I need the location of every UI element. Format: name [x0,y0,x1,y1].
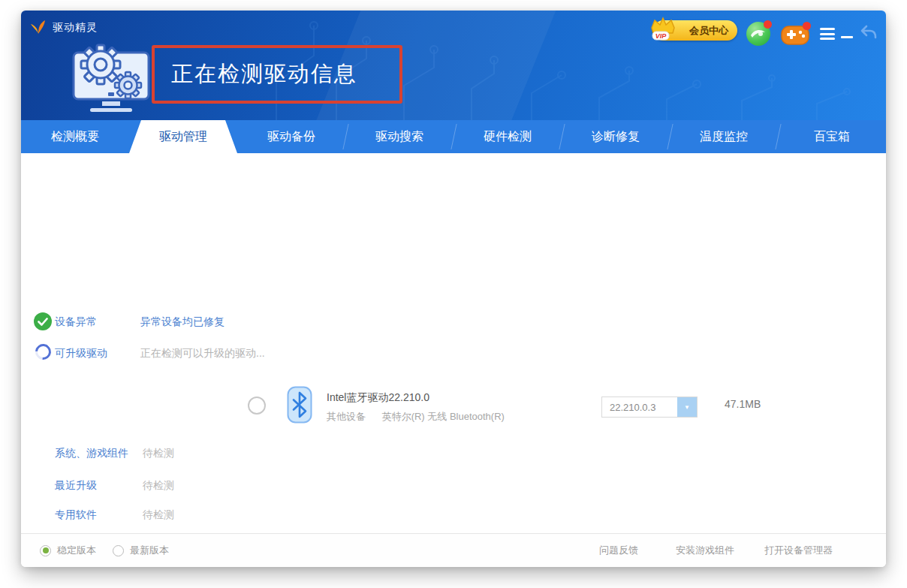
feedback-link[interactable]: 问题反馈 [599,534,638,567]
page-title: 正在检测驱动信息 [155,59,357,89]
section-recent-upgrade-label: 最近升级 [55,479,97,493]
tab-driver-search[interactable]: 驱动搜索 [345,120,454,153]
version-value: 22.210.0.3 [602,402,677,413]
tab-driver-backup[interactable]: 驱动备份 [237,120,345,153]
radio-selected-icon [40,545,51,556]
security-ball-icon[interactable] [746,22,770,46]
footer: 稳定版本 最新版本 问题反馈 安装游戏组件 打开设备管理器 [21,533,886,567]
latest-version-label: 最新版本 [130,544,169,557]
device-error-label: 设备异常 [55,315,97,329]
loading-spinner-icon [32,341,55,363]
tabbar: 检测概要 驱动管理 驱动备份 驱动搜索 硬件检测 诊断修复 温度监控 百宝箱 [21,120,886,153]
stable-version-radio[interactable]: 稳定版本 [40,544,96,557]
main-content: 设备异常 异常设备均已修复 可升级驱动 正在检测可以升级的驱动... Intel… [21,153,886,533]
driver-subtitle: 其他设备 英特尔(R) 无线 Bluetooth(R) [327,410,505,424]
tab-driver-management[interactable]: 驱动管理 [129,120,237,153]
section-recent-upgrade-status: 待检测 [143,479,174,493]
open-device-manager-link[interactable]: 打开设备管理器 [764,534,833,567]
driver-device: 英特尔(R) 无线 Bluetooth(R) [382,411,505,422]
tab-hardware-detect[interactable]: 硬件检测 [454,120,562,153]
header: 驱动精灵 VIP 会员中心 [21,11,886,120]
svg-text:VIP: VIP [655,32,667,40]
section-system-game-label: 系统、游戏组件 [55,447,128,460]
tab-toolbox[interactable]: 百宝箱 [778,120,886,153]
minimize-icon[interactable] [841,36,853,38]
tab-detect-overview[interactable]: 检测概要 [21,120,129,153]
upgradable-driver-value: 正在检测可以升级的驱动... [140,347,265,360]
app-window: 驱动精灵 VIP 会员中心 [21,11,886,567]
chevron-down-icon: ▼ [677,397,697,417]
install-game-components-link[interactable]: 安装游戏组件 [676,534,734,567]
section-dedicated-software-label: 专用软件 [55,508,97,522]
brand: 驱动精灵 [29,18,98,38]
check-circle-icon [34,312,52,330]
swirl-icon [749,27,767,41]
version-type-radio-group: 稳定版本 最新版本 [40,534,169,567]
member-center-button[interactable]: VIP 会员中心 [653,20,737,41]
stable-version-label: 稳定版本 [57,544,96,557]
section-dedicated-software-status: 待检测 [143,508,174,522]
radio-unselected-icon [113,545,124,556]
menu-icon[interactable] [820,28,835,40]
member-center-label: 会员中心 [689,24,728,38]
version-select[interactable]: 22.210.0.3 ▼ [601,397,698,418]
upgradable-driver-label: 可升级驱动 [55,347,107,360]
device-error-value: 异常设备均已修复 [140,315,224,329]
tab-diagnose-repair[interactable]: 诊断修复 [562,120,670,153]
app-logo-icon [29,18,48,38]
bluetooth-icon [287,386,312,424]
tab-temperature-monitor[interactable]: 温度监控 [670,120,778,153]
annotation-box: 正在检测驱动信息 [152,45,402,104]
vip-crown-icon: VIP [647,15,677,45]
undo-arrow-icon[interactable] [857,23,878,44]
driver-size: 47.1MB [725,398,761,410]
latest-version-radio[interactable]: 最新版本 [113,544,169,557]
notification-dot [764,20,772,29]
driver-category: 其他设备 [327,411,366,422]
notification-dot [803,22,811,30]
section-system-game-status: 待检测 [143,447,174,460]
driver-name: Intel蓝牙驱动22.210.0 [327,391,429,405]
game-center-icon[interactable] [781,23,809,46]
driver-select-checkbox[interactable] [248,397,266,415]
app-name: 驱动精灵 [53,21,98,35]
monitor-gears-icon [69,41,153,117]
